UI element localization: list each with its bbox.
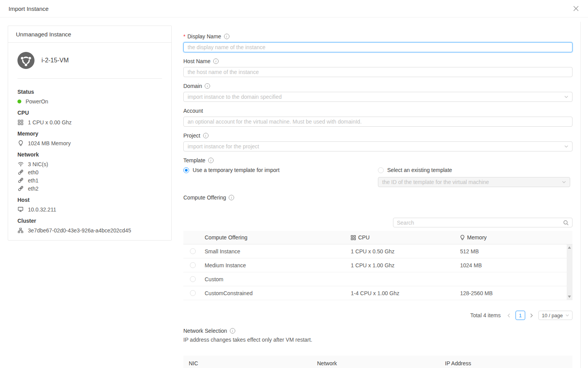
table-row[interactable]: Small Instance 1 CPU x 0.50 Ghz 512 MB bbox=[183, 244, 572, 258]
network-selection-note: IP address changes takes effect only aft… bbox=[183, 337, 572, 343]
existing-template-radio[interactable]: Select an existing template bbox=[378, 166, 572, 174]
temporary-template-label: Use a temporary template for import bbox=[193, 167, 279, 173]
project-select[interactable]: import instance for the project bbox=[183, 141, 572, 151]
info-icon[interactable]: i bbox=[229, 195, 234, 200]
close-icon[interactable] bbox=[572, 5, 579, 12]
account-label: Account bbox=[183, 108, 203, 114]
modal-header: Import Instance bbox=[0, 0, 588, 17]
nic-count: 3 NIC(s) bbox=[28, 161, 48, 167]
project-placeholder: import instance for the project bbox=[188, 143, 259, 150]
offering-memory: 1024 MB bbox=[460, 262, 482, 268]
offering-memory: 512 MB bbox=[460, 248, 479, 255]
cluster-section: Cluster 3e7dbe67-02d0-43e3-926a-a4bce202… bbox=[17, 218, 162, 234]
project-label: Project bbox=[183, 132, 200, 139]
card-title: Unmanaged Instance bbox=[8, 26, 171, 43]
pagination: Total 4 items 1 10 / page bbox=[183, 311, 572, 320]
scroll-down-icon[interactable] bbox=[568, 296, 571, 298]
status-value: PowerOn bbox=[26, 98, 48, 105]
offering-name: Small Instance bbox=[205, 248, 240, 255]
nic-table: NIC Network IP Address Network adapter 1… bbox=[183, 356, 572, 368]
offering-table-scrollbar[interactable] bbox=[567, 244, 572, 300]
cluster-label: Cluster bbox=[17, 218, 162, 224]
cluster-icon bbox=[17, 228, 24, 233]
unmanaged-instance-card: Unmanaged Instance i-2-15-VM bbox=[8, 26, 172, 241]
host-name-group: Host Name i bbox=[183, 57, 572, 77]
template-id-select[interactable]: the ID of the template for the virtual m… bbox=[378, 177, 570, 187]
account-input[interactable] bbox=[183, 117, 572, 127]
nic-header: NIC bbox=[189, 360, 198, 366]
offering-cpu: 1 CPU x 1.00 Ghz bbox=[351, 262, 395, 268]
page-size-select[interactable]: 10 / page bbox=[538, 311, 572, 320]
divider bbox=[17, 78, 162, 79]
network-section: Network 3 NIC(s) eth0 eth1 bbox=[17, 151, 162, 193]
status-section: Status PowerOn bbox=[17, 89, 162, 105]
offering-memory: 128-2560 MB bbox=[460, 290, 493, 296]
cpu-grid-icon bbox=[17, 120, 24, 125]
table-row[interactable]: Medium Instance 1 CPU x 1.00 Ghz 1024 MB bbox=[183, 258, 572, 272]
desktop-icon bbox=[17, 207, 24, 212]
memory-section: Memory 1024 MB Memory bbox=[17, 131, 162, 147]
search-icon[interactable] bbox=[563, 220, 569, 225]
interface-name: eth1 bbox=[28, 177, 38, 184]
compute-offering-label: Compute Offering bbox=[183, 194, 226, 201]
template-id-placeholder: the ID of the template for the virtual m… bbox=[382, 179, 489, 185]
row-radio[interactable] bbox=[190, 290, 196, 296]
ip-header: IP Address bbox=[445, 360, 471, 366]
info-icon[interactable]: i bbox=[230, 328, 235, 334]
instance-name: i-2-15-VM bbox=[41, 57, 69, 64]
info-icon[interactable]: i bbox=[224, 34, 229, 39]
domain-placeholder: import instance to the domain specified bbox=[188, 94, 282, 100]
offering-table-body: Small Instance 1 CPU x 0.50 Ghz 512 MB M… bbox=[183, 244, 572, 300]
info-icon[interactable]: i bbox=[205, 83, 210, 89]
pagination-total: Total 4 items bbox=[470, 312, 501, 318]
interface-name: eth2 bbox=[28, 186, 38, 192]
offering-search-input[interactable] bbox=[397, 220, 560, 226]
scroll-up-icon[interactable] bbox=[568, 246, 571, 249]
chevron-down-icon bbox=[564, 145, 568, 148]
modal-body-scrollbar-edge[interactable] bbox=[580, 22, 581, 368]
row-radio[interactable] bbox=[190, 248, 196, 254]
memory-value: 1024 MB Memory bbox=[28, 140, 71, 146]
temporary-template-radio[interactable]: Use a temporary template for import bbox=[183, 166, 378, 174]
account-group: Account bbox=[183, 107, 572, 127]
network-header: Network bbox=[317, 360, 337, 366]
domain-select[interactable]: import instance to the domain specified bbox=[183, 92, 572, 102]
cpu-grid-icon bbox=[351, 235, 356, 240]
existing-template-label: Select an existing template bbox=[387, 167, 452, 173]
cpu-section: CPU 1 CPU x 0.00 Ghz bbox=[17, 110, 162, 126]
offering-name: CustomConstrained bbox=[205, 290, 253, 296]
table-row[interactable]: CustomConstrained 1-4 CPU x 1.00 Ghz 128… bbox=[183, 286, 572, 300]
nic-table-header: NIC Network IP Address bbox=[183, 356, 572, 368]
offering-table-header: Compute Offering CPU Memory bbox=[183, 231, 572, 244]
template-group: Template i Use a temporary template for … bbox=[183, 156, 572, 187]
offering-header: Compute Offering bbox=[205, 234, 247, 241]
row-radio[interactable] bbox=[190, 262, 196, 268]
offering-search bbox=[393, 218, 572, 227]
info-icon[interactable]: i bbox=[203, 133, 209, 138]
page-number-button[interactable]: 1 bbox=[516, 311, 525, 320]
table-row[interactable]: Custom bbox=[183, 272, 572, 286]
interface-name: eth0 bbox=[28, 169, 38, 175]
link-icon bbox=[17, 178, 24, 183]
domain-group: Domain i import instance to the domain s… bbox=[183, 82, 572, 102]
modal-title: Import Instance bbox=[9, 5, 48, 12]
display-name-input[interactable] bbox=[183, 42, 572, 52]
cpu-value: 1 CPU x 0.00 Ghz bbox=[28, 119, 72, 126]
page-size-value: 10 / page bbox=[542, 313, 563, 318]
offering-cpu: 1 CPU x 0.50 Ghz bbox=[351, 248, 395, 255]
chevron-down-icon bbox=[562, 181, 566, 183]
info-icon[interactable]: i bbox=[213, 58, 219, 64]
host-name-input[interactable] bbox=[183, 67, 572, 77]
prev-page-icon[interactable] bbox=[505, 313, 512, 318]
template-label: Template bbox=[183, 157, 205, 163]
offering-name: Custom bbox=[205, 276, 223, 282]
chevron-down-icon bbox=[564, 96, 568, 98]
import-form-panel: * Display Name i Host Name i Domain i im… bbox=[183, 26, 572, 368]
compute-offering-table: Compute Offering CPU Memory Small Instan… bbox=[183, 231, 572, 300]
next-page-icon[interactable] bbox=[528, 313, 535, 318]
info-icon[interactable]: i bbox=[208, 158, 214, 163]
row-radio[interactable] bbox=[190, 276, 196, 282]
link-icon bbox=[17, 186, 24, 191]
radio-selected-icon bbox=[183, 167, 189, 173]
ubuntu-logo-icon bbox=[17, 52, 34, 69]
